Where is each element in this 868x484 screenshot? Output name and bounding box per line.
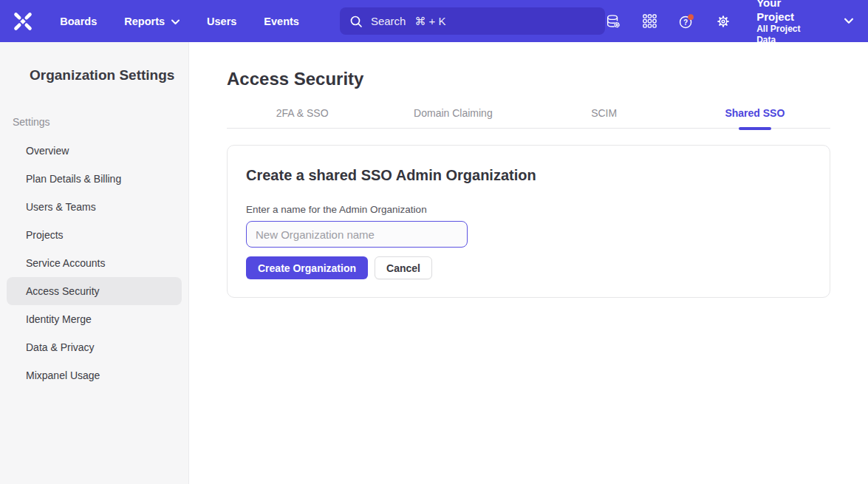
sidebar-item-projects[interactable]: Projects: [7, 221, 182, 249]
chevron-down-icon: [844, 18, 853, 24]
project-name: Your Project: [756, 0, 812, 24]
data-management-icon: [605, 13, 621, 30]
apps-grid-icon: [642, 13, 657, 29]
org-name-label: Enter a name for the Admin Organization: [246, 204, 811, 215]
help-icon: ?: [678, 13, 694, 30]
help-button[interactable]: ?: [678, 13, 694, 30]
tab-2fa-sso[interactable]: 2FA & SSO: [227, 98, 377, 128]
search-shortcut: ⌘ + K: [414, 15, 445, 28]
nav-item-label: Events: [264, 16, 299, 27]
sidebar-item-plan-details-billing[interactable]: Plan Details & Billing: [7, 165, 182, 193]
main-content: Access Security 2FA & SSO Domain Claimin…: [189, 42, 868, 484]
nav-item-events[interactable]: Events: [264, 16, 299, 27]
settings-gear-icon: [715, 13, 731, 30]
project-selector[interactable]: Your Project All Project Data: [756, 0, 812, 46]
button-row: Create Organization Cancel: [246, 256, 811, 279]
tab-domain-claiming[interactable]: Domain Claiming: [377, 98, 528, 128]
settings-gear-button[interactable]: [715, 13, 731, 30]
svg-text:?: ?: [683, 18, 688, 26]
search-placeholder: Search: [371, 15, 406, 27]
data-management-button[interactable]: [605, 13, 621, 30]
sidebar-item-identity-merge[interactable]: Identity Merge: [7, 305, 182, 333]
nav-item-label: Boards: [60, 16, 97, 27]
mixpanel-logo[interactable]: [0, 10, 45, 33]
search-input[interactable]: Search ⌘ + K: [340, 7, 605, 35]
tab-scim[interactable]: SCIM: [529, 98, 680, 128]
sidebar-item-service-accounts[interactable]: Service Accounts: [7, 249, 182, 277]
org-name-input[interactable]: [246, 221, 468, 248]
create-organization-button[interactable]: Create Organization: [246, 256, 368, 279]
settings-sidebar: Organization Settings Settings Overview …: [0, 42, 189, 484]
nav-item-users[interactable]: Users: [207, 16, 236, 27]
nav-item-label: Reports: [124, 16, 165, 27]
cancel-button[interactable]: Cancel: [375, 256, 432, 279]
tab-shared-sso[interactable]: Shared SSO: [680, 98, 830, 128]
tab-bar: 2FA & SSO Domain Claiming SCIM Shared SS…: [227, 98, 830, 129]
sidebar-item-overview[interactable]: Overview: [7, 137, 182, 165]
sidebar-items: Overview Plan Details & Billing Users & …: [0, 137, 188, 389]
sidebar-title: Organization Settings: [30, 67, 188, 83]
chevron-down-icon: [171, 19, 180, 25]
nav-right-cluster: ? Your Project: [605, 0, 868, 46]
nav-links: Boards Reports Users Events: [60, 16, 299, 27]
nav-item-boards[interactable]: Boards: [60, 16, 97, 27]
search-icon: [349, 15, 363, 28]
nav-item-reports[interactable]: Reports: [124, 16, 180, 27]
nav-item-label: Users: [207, 16, 236, 27]
project-chevron-button[interactable]: [844, 18, 853, 24]
apps-grid-button[interactable]: [642, 13, 657, 30]
card-title: Create a shared SSO Admin Organization: [246, 167, 811, 184]
sidebar-item-data-privacy[interactable]: Data & Privacy: [7, 333, 182, 361]
sidebar-item-access-security[interactable]: Access Security: [7, 277, 182, 305]
top-navbar: Boards Reports Users Events Search ⌘ + K: [0, 0, 868, 42]
sidebar-section-label: Settings: [13, 116, 188, 128]
notification-dot: [688, 14, 694, 20]
page-title: Access Security: [227, 69, 868, 89]
sidebar-item-mixpanel-usage[interactable]: Mixpanel Usage: [7, 361, 182, 389]
shared-sso-card: Create a shared SSO Admin Organization E…: [227, 145, 830, 298]
sidebar-item-users-teams[interactable]: Users & Teams: [7, 193, 182, 221]
